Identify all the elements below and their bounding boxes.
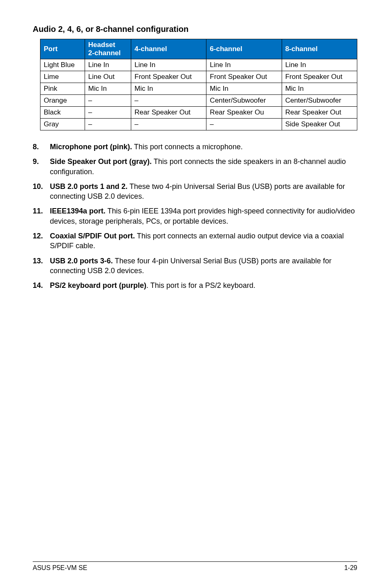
cell-8ch: Front Speaker Out: [282, 71, 357, 83]
list-item: 12. Coaxial S/PDIF Out port. This port c…: [33, 231, 357, 251]
cell-2ch: Line In: [85, 59, 131, 71]
cell-8ch: Side Speaker Out: [282, 119, 357, 130]
cell-4ch: –: [131, 95, 206, 107]
section-title: Audio 2, 4, 6, or 8-channel configuratio…: [33, 25, 357, 34]
cell-port: Lime: [40, 71, 85, 83]
table-row: Pink Mic In Mic In Mic In Mic In: [40, 83, 357, 95]
list-item: 10. USB 2.0 ports 1 and 2. These two 4-p…: [33, 182, 357, 202]
list-item: 11. IEEE1394a port. This 6-pin IEEE 1394…: [33, 206, 357, 226]
th-headset: Headset 2-channel: [85, 39, 131, 59]
item-content: Microphone port (pink). This port connec…: [50, 142, 357, 152]
audio-config-table: Port Headset 2-channel 4-channel 6-chann…: [40, 39, 357, 130]
footer-right: 1-29: [344, 564, 357, 572]
table-row: Gray – – – Side Speaker Out: [40, 119, 357, 130]
cell-6ch: –: [206, 119, 282, 130]
item-number: 10.: [33, 182, 50, 202]
cell-8ch: Rear Speaker Out: [282, 107, 357, 119]
page-footer: ASUS P5E-VM SE 1-29: [33, 561, 357, 572]
table-row: Light Blue Line In Line In Line In Line …: [40, 59, 357, 71]
cell-8ch: Mic In: [282, 83, 357, 95]
cell-6ch: Rear Speaker Ou: [206, 107, 282, 119]
cell-2ch: –: [85, 107, 131, 119]
table-row: Lime Line Out Front Speaker Out Front Sp…: [40, 71, 357, 83]
cell-4ch: Line In: [131, 59, 206, 71]
th-headset-l2: 2-channel: [88, 49, 128, 57]
cell-6ch: Front Speaker Out: [206, 71, 282, 83]
cell-4ch: Front Speaker Out: [131, 71, 206, 83]
item-lead: USB 2.0 ports 3-6.: [50, 257, 113, 265]
cell-4ch: –: [131, 119, 206, 130]
cell-6ch: Mic In: [206, 83, 282, 95]
item-lead: USB 2.0 ports 1 and 2.: [50, 182, 128, 191]
cell-2ch: –: [85, 95, 131, 107]
cell-port: Light Blue: [40, 59, 85, 71]
list-item: 9. Side Speaker Out port (gray). This po…: [33, 157, 357, 177]
item-number: 8.: [33, 142, 50, 152]
list-item: 14. PS/2 keyboard port (purple). This po…: [33, 281, 357, 290]
item-number: 13.: [33, 256, 50, 276]
cell-6ch: Center/Subwoofer: [206, 95, 282, 107]
item-content: IEEE1394a port. This 6-pin IEEE 1394a po…: [50, 206, 357, 226]
table-row: Black – Rear Speaker Out Rear Speaker Ou…: [40, 107, 357, 119]
cell-port: Gray: [40, 119, 85, 130]
cell-8ch: Line In: [282, 59, 357, 71]
cell-port: Black: [40, 107, 85, 119]
item-lead: PS/2 keyboard port (purple): [50, 281, 146, 290]
item-lead: Side Speaker Out port (gray).: [50, 157, 152, 166]
cell-2ch: Line Out: [85, 71, 131, 83]
item-number: 14.: [33, 281, 50, 290]
cell-4ch: Mic In: [131, 83, 206, 95]
cell-8ch: Center/Subwoofer: [282, 95, 357, 107]
th-port: Port: [40, 39, 85, 59]
item-content: Side Speaker Out port (gray). This port …: [50, 157, 357, 177]
th-headset-l1: Headset: [88, 41, 128, 49]
th-4ch: 4-channel: [131, 39, 206, 59]
th-8ch: 8-channel: [282, 39, 357, 59]
cell-port: Orange: [40, 95, 85, 107]
cell-port: Pink: [40, 83, 85, 95]
item-content: PS/2 keyboard port (purple). This port i…: [50, 281, 357, 290]
item-number: 11.: [33, 206, 50, 226]
item-text: This port connects a microphone.: [132, 143, 243, 151]
cell-2ch: Mic In: [85, 83, 131, 95]
port-description-list: 8. Microphone port (pink). This port con…: [33, 142, 357, 291]
item-lead: IEEE1394a port.: [50, 207, 105, 215]
list-item: 8. Microphone port (pink). This port con…: [33, 142, 357, 152]
list-item: 13. USB 2.0 ports 3-6. These four 4-pin …: [33, 256, 357, 276]
item-content: USB 2.0 ports 1 and 2. These two 4-pin U…: [50, 182, 357, 202]
cell-2ch: –: [85, 119, 131, 130]
item-number: 9.: [33, 157, 50, 177]
item-lead: Coaxial S/PDIF Out port.: [50, 232, 135, 240]
cell-6ch: Line In: [206, 59, 282, 71]
item-lead: Microphone port (pink).: [50, 143, 132, 151]
item-number: 12.: [33, 231, 50, 251]
table-row: Orange – – Center/Subwoofer Center/Subwo…: [40, 95, 357, 107]
item-content: USB 2.0 ports 3-6. These four 4-pin Univ…: [50, 256, 357, 276]
footer-left: ASUS P5E-VM SE: [33, 564, 87, 572]
item-content: Coaxial S/PDIF Out port. This port conne…: [50, 231, 357, 251]
cell-4ch: Rear Speaker Out: [131, 107, 206, 119]
th-6ch: 6-channel: [206, 39, 282, 59]
item-text: . This port is for a PS/2 keyboard.: [146, 281, 256, 290]
